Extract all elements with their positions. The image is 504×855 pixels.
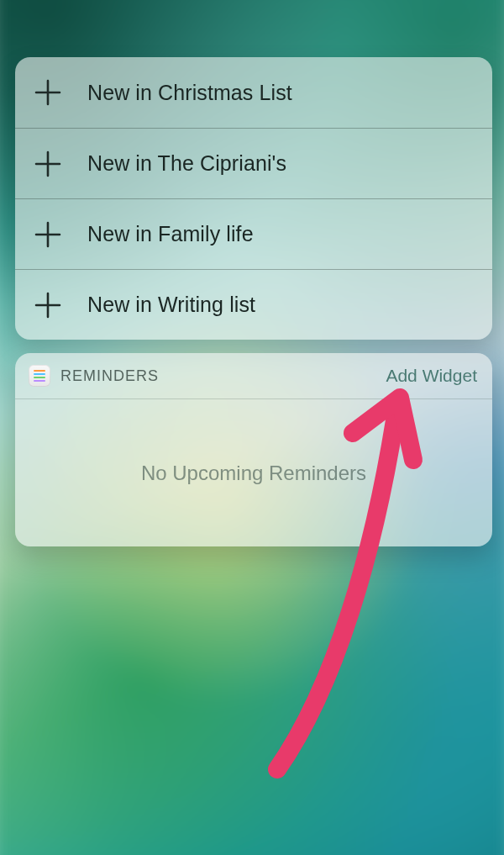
- quick-action-label: New in Family life: [87, 222, 254, 246]
- stage: New in Christmas List New in The Ciprian…: [0, 0, 504, 855]
- quick-action-label: New in Writing list: [87, 293, 255, 317]
- plus-icon: [34, 220, 62, 249]
- plus-icon: [34, 150, 62, 178]
- quick-action-label: New in Christmas List: [87, 81, 292, 105]
- widget-body: No Upcoming Reminders: [15, 399, 492, 546]
- plus-icon: [34, 78, 62, 107]
- plus-icon: [34, 291, 62, 319]
- quick-action-new-writing-list[interactable]: New in Writing list: [15, 269, 492, 340]
- quick-actions-menu: New in Christmas List New in The Ciprian…: [15, 57, 492, 340]
- reminders-app-icon: [29, 365, 50, 387]
- reminders-widget: REMINDERS Add Widget No Upcoming Reminde…: [15, 353, 492, 546]
- widget-title: REMINDERS: [60, 367, 159, 385]
- quick-action-new-christmas-list[interactable]: New in Christmas List: [15, 57, 492, 128]
- quick-action-label: New in The Cipriani's: [87, 151, 286, 176]
- widget-empty-state: No Upcoming Reminders: [141, 462, 366, 485]
- quick-action-new-family-life[interactable]: New in Family life: [15, 198, 492, 269]
- widget-header: REMINDERS Add Widget: [15, 353, 492, 399]
- quick-action-new-ciprianis[interactable]: New in The Cipriani's: [15, 128, 492, 198]
- add-widget-button[interactable]: Add Widget: [386, 366, 477, 386]
